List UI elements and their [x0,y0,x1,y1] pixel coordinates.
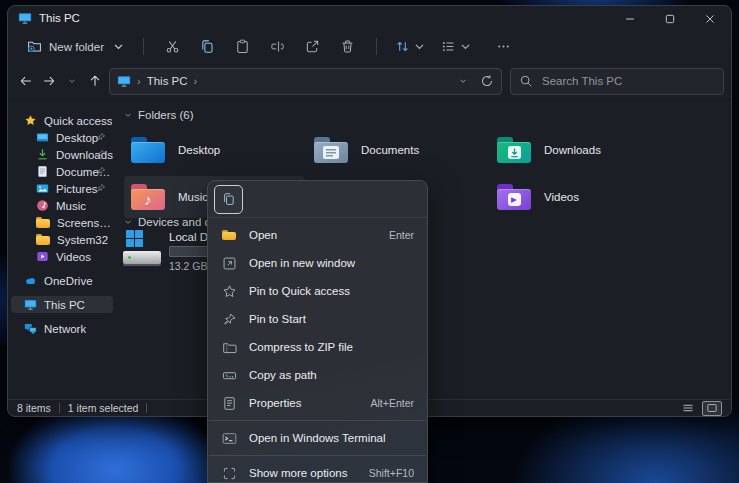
sidebar-item-label: Screenshots [57,217,113,229]
desktop-icon [36,131,49,144]
tile-label: Videos [544,191,579,203]
delete-icon [340,39,355,54]
context-menu-item-properties[interactable]: PropertiesAlt+Enter [208,389,427,417]
documents-folder-icon [314,137,348,164]
menu-separator [209,455,426,456]
videos-folder-icon: ▶ [497,184,531,211]
properties-icon [221,396,237,411]
refresh-icon[interactable] [480,74,494,88]
chevron-down-icon [111,39,126,54]
address-bar: › This PC › [8,63,731,100]
copy-path-icon [221,368,237,383]
new-folder-button[interactable]: New folder [21,36,132,57]
maximize-icon [663,12,677,26]
breadcrumb-separator: › [137,75,141,87]
menu-item-label: Pin to Quick access [249,285,350,297]
chevron-down-icon[interactable] [458,76,468,86]
copy-button[interactable] [190,34,225,60]
toolbar-divider [143,38,144,55]
cut-button[interactable] [155,34,190,60]
sidebar-item-quick-access[interactable]: Quick access [11,112,113,129]
search-input[interactable] [540,74,715,88]
view-button[interactable] [434,39,480,54]
sort-button[interactable] [388,39,434,54]
items-count: 8 items [17,402,51,414]
context-menu-item-copy-as-path[interactable]: Copy as path [208,361,427,389]
pin-icon [96,183,106,195]
back-button[interactable] [14,68,37,94]
context-menu-item-pin-to-quick-access[interactable]: Pin to Quick access [208,277,427,305]
sidebar-item-label: Videos [56,251,91,263]
window-title: This PC [39,12,80,24]
delete-button[interactable] [330,34,365,60]
music-circle-icon [36,199,49,212]
sidebar-item-label: Quick access [44,115,112,127]
music-folder-icon: ♪ [131,184,165,211]
network-icon [24,322,37,335]
search-box[interactable] [510,68,724,95]
sidebar-item-this-pc[interactable]: This PC [11,296,113,313]
paste-icon [235,39,250,54]
tile-downloads[interactable]: Downloads [490,129,671,171]
address-box[interactable]: › This PC › [109,68,502,95]
large-icons-view-button[interactable] [702,401,722,416]
desktop-folder-icon [131,137,165,164]
details-view-button[interactable] [679,402,697,415]
sidebar-item-music[interactable]: Music [11,197,113,214]
recent-locations-button[interactable] [60,68,83,94]
window-controls [610,7,730,31]
context-menu-quick-actions [208,181,427,218]
forward-arrow-icon [42,74,56,88]
minimize-button[interactable] [610,7,650,31]
up-button[interactable] [83,68,106,94]
sidebar-item-downloads[interactable]: Downloads [11,146,113,163]
close-button[interactable] [690,7,730,31]
context-menu-item-open[interactable]: OpenEnter [208,221,427,249]
windows-logo-icon [126,230,143,247]
close-icon [703,12,717,26]
sidebar-item-onedrive[interactable]: OneDrive [11,272,113,289]
context-menu-item-show-more-options[interactable]: Show more optionsShift+F10 [208,459,427,483]
breadcrumb[interactable]: This PC [147,75,188,87]
sort-icon [395,39,410,54]
pin-icon [96,166,106,178]
this-pc-icon [117,74,131,88]
context-menu-item-open-in-new-window[interactable]: Open in new window [208,249,427,277]
context-menu-item-pin-to-start[interactable]: Pin to Start [208,305,427,333]
search-icon [519,74,533,88]
sidebar-item-screenshots[interactable]: Screenshots [11,214,113,231]
folder-icon [36,217,50,228]
this-pc-icon [24,298,37,311]
sidebar-item-network[interactable]: Network [11,320,113,337]
maximize-button[interactable] [650,7,690,31]
toolbar-buttons [155,34,365,60]
terminal-icon [221,431,237,446]
chevron-down-icon [123,217,133,227]
star-icon [24,114,37,127]
context-menu-item-open-in-windows-terminal[interactable]: Open in Windows Terminal [208,424,427,452]
more-commands-button[interactable] [486,34,521,60]
sidebar-item-videos[interactable]: Videos [11,248,113,265]
share-button[interactable] [295,34,330,60]
downloads-arrow-icon [36,148,49,161]
chevron-down-icon [412,39,427,54]
back-arrow-icon [19,74,33,88]
chevron-down-icon [67,76,77,86]
paste-button[interactable] [225,34,260,60]
forward-button[interactable] [37,68,60,94]
command-toolbar: New folder [8,30,731,63]
context-menu-item-compress-to-zip-file[interactable]: Compress to ZIP file [208,333,427,361]
rename-button[interactable] [260,34,295,60]
quick-action-copy-button[interactable] [214,185,243,214]
sidebar-item-pictures[interactable]: Pictures [11,180,113,197]
tile-videos[interactable]: ▶Videos [490,176,671,218]
tile-documents[interactable]: Documents [307,129,488,171]
sidebar-item-desktop[interactable]: Desktop [11,129,113,146]
sidebar-item-system32[interactable]: System32 [11,231,113,248]
minimize-icon [623,12,637,26]
ellipsis-icon [496,39,511,54]
pin-icon [96,132,106,144]
new-folder-label: New folder [49,41,104,53]
tile-desktop[interactable]: Desktop [124,129,305,171]
sidebar-item-documents[interactable]: Documents [11,163,113,180]
